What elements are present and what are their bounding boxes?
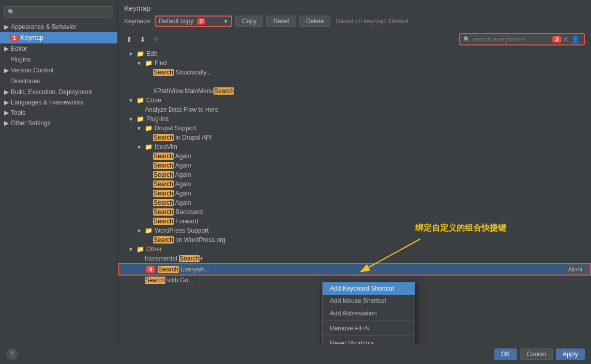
search-everywhere-input[interactable] — [473, 36, 550, 43]
folder-icon-drupal: 📁 — [145, 125, 153, 132]
help-button[interactable]: ? — [6, 348, 18, 360]
tree-content: ▼ 📁 Edit ▼ 📁 Find Search — [118, 47, 591, 287]
expand-all-button[interactable]: ⬆ — [124, 34, 134, 44]
folder-icon-edit: 📁 — [137, 50, 144, 57]
bottom-bar: ? OK Cancel Apply — [0, 344, 591, 364]
keymap-dropdown[interactable]: Default copy 2 ▼ — [155, 16, 232, 27]
search-badge: 3 — [552, 36, 562, 43]
ok-button[interactable]: OK — [494, 348, 517, 360]
tree-node-find[interactable]: ▼ 📁 Find — [118, 58, 591, 68]
search-clear-button[interactable]: ✕ — [562, 35, 570, 43]
tree-node-analyze[interactable]: Analyze Data Flow to Here — [118, 105, 591, 114]
based-on-text: Based on keymap: Default — [336, 18, 408, 25]
folder-icon-other: 📁 — [137, 246, 144, 253]
copy-button[interactable]: Copy — [235, 16, 263, 27]
sidebar-item-appearance[interactable]: ▶ Appearance & Behavior — [0, 22, 117, 32]
sidebar-item-plugins[interactable]: Plugins — [0, 54, 117, 65]
tree-node-plugins[interactable]: ▼ 📁 Plug-ins — [118, 114, 591, 124]
tree-node-search-everywhere[interactable]: 4 Search Everywh... Alt+N — [118, 263, 591, 276]
expand-arrow-tools: ▶ — [4, 109, 9, 116]
bottom-left: ? — [6, 348, 18, 360]
delete-button[interactable]: Delete — [299, 16, 331, 27]
tree-node-incremental[interactable]: Incremental Search+ — [118, 254, 591, 263]
tree-node-edit[interactable]: ▼ 📁 Edit — [118, 49, 591, 58]
panel-title: Keymap — [124, 4, 585, 12]
apply-button[interactable]: Apply — [556, 348, 585, 360]
tree-node-separator: - - - - - - - - — [118, 77, 591, 86]
tree-node-xpath[interactable]: XPathView.MainMenuSearch — [118, 86, 591, 96]
context-menu: Add Keyboard Shortcut Add Mouse Shortcut… — [322, 282, 415, 344]
tree-node-search-forward[interactable]: Search Forward — [118, 217, 591, 226]
sidebar-item-build[interactable]: ▶ Build, Execution, Deployment — [0, 87, 117, 97]
tree-node-search-again-1[interactable]: Search Again — [118, 151, 591, 161]
tree-node-search-again-5[interactable]: Search Again — [118, 189, 591, 198]
shortcut-badge: Alt+N — [565, 265, 586, 274]
highlight-drupal: Search — [153, 134, 174, 141]
sidebar-vcs-label: Version Control — [11, 67, 53, 74]
main-content: 🔍 ▶ Appearance & Behavior 1 Keymap ▶ Edi… — [0, 0, 591, 344]
reset-button[interactable]: Reset — [266, 16, 296, 27]
expand-arrow-editor: ▶ — [4, 45, 9, 52]
tree-node-code[interactable]: ▼ 📁 Code — [118, 96, 591, 105]
sidebar-item-editor[interactable]: ▶ Editor — [0, 43, 117, 54]
panel-header: Keymap Keymaps: Default copy 2 ▼ Copy Re… — [118, 0, 591, 32]
tree-node-search-structurally[interactable]: Search Structurally... — [118, 68, 591, 77]
context-menu-add-keyboard[interactable]: Add Keyboard Shortcut — [323, 282, 415, 295]
folder-icon-plugins: 📁 — [137, 115, 144, 123]
context-menu-sep-2 — [323, 336, 415, 336]
toolbar-row: Keymaps: Default copy 2 ▼ Copy Reset Del… — [124, 16, 585, 27]
app-container: 🔍 ▶ Appearance & Behavior 1 Keymap ▶ Edi… — [0, 0, 591, 364]
tree-node-search-wordpress[interactable]: Search on WordPress.org — [118, 235, 591, 245]
sidebar-tools-label: Tools — [11, 109, 25, 116]
context-menu-remove-altn[interactable]: Remove Alt+N — [323, 322, 415, 335]
tree-node-search-again-6[interactable]: Search Again — [118, 198, 591, 207]
folder-icon-wordpress: 📁 — [145, 227, 153, 234]
highlight-search-xpath: Search — [214, 87, 234, 95]
highlight-search: Search — [153, 69, 174, 76]
tree-node-search-backward[interactable]: Search Backward — [118, 207, 591, 217]
sidebar-build-label: Build, Execution, Deployment — [11, 88, 92, 96]
expand-arrow-build: ▶ — [4, 88, 9, 96]
expand-arrow-appearance: ▶ — [4, 23, 9, 31]
sidebar-other-settings-label: Other Settings — [11, 119, 51, 127]
tree-node-search-again-2[interactable]: Search Again — [118, 161, 591, 170]
tree-area: ▼ 📁 Edit ▼ 📁 Find Search — [118, 47, 591, 344]
tree-node-drupal[interactable]: ▼ 📁 Drupal Support — [118, 124, 591, 133]
search-user-button[interactable]: 👤 — [570, 35, 581, 43]
sidebar-item-tools[interactable]: ▶ Tools — [0, 108, 117, 118]
sidebar-search-input[interactable] — [17, 8, 110, 16]
tree-node-wordpress[interactable]: ▼ 📁 WordPress Support — [118, 226, 591, 235]
expand-arrow-languages: ▶ — [4, 99, 9, 106]
right-panel: Keymap Keymaps: Default copy 2 ▼ Copy Re… — [118, 0, 591, 344]
row-4-badge: 4 — [146, 266, 155, 273]
sidebar-item-other-settings[interactable]: ▶ Other Settings — [0, 118, 117, 128]
sidebar-item-keymap[interactable]: 1 Keymap — [0, 32, 117, 43]
sidebar-item-vcs[interactable]: ▶ Version Control — [0, 65, 117, 75]
sidebar-plugins-label: Plugins — [10, 56, 31, 63]
context-menu-add-abbreviation[interactable]: Add Abbreviation — [323, 307, 415, 320]
sidebar-languages-label: Languages & Frameworks — [11, 99, 83, 106]
cancel-button[interactable]: Cancel — [520, 348, 553, 360]
context-menu-sep-1 — [323, 321, 415, 321]
tree-node-search-again-3[interactable]: Search Again — [118, 170, 591, 179]
folder-icon-find: 📁 — [145, 59, 153, 67]
tree-node-search-again-4[interactable]: Search Again — [118, 179, 591, 189]
context-menu-add-mouse[interactable]: Add Mouse Shortcut — [323, 295, 415, 307]
collapse-all-button[interactable]: ⬇ — [138, 34, 148, 44]
sidebar-item-directories[interactable]: Directories — [0, 75, 117, 87]
search-everywhere-icon: 🔍 — [463, 36, 471, 43]
sidebar-item-languages[interactable]: ▶ Languages & Frameworks — [0, 97, 117, 108]
search-everywhere-box[interactable]: 🔍 3 ✕ 👤 — [459, 33, 585, 46]
expand-arrow-other-settings: ▶ — [4, 119, 9, 127]
folder-icon-code: 📁 — [137, 97, 144, 104]
context-menu-reset-shortcuts[interactable]: Reset Shortcuts — [323, 337, 415, 344]
tree-node-search-drupal[interactable]: Search in Drupal API — [118, 133, 591, 142]
sidebar-directories-label: Directories — [10, 78, 40, 85]
tree-node-other[interactable]: ▼ 📁 Other — [118, 245, 591, 254]
folder-icon-ideavim: 📁 — [145, 143, 153, 150]
edit-shortcut-button[interactable]: ✎ — [151, 34, 161, 44]
sidebar-item-keymap-badge: 1 — [10, 35, 19, 41]
expand-arrow-vcs: ▶ — [4, 67, 9, 74]
tree-node-ideavim[interactable]: ▼ 📁 IdeaVim — [118, 142, 591, 151]
sidebar-search-box[interactable]: 🔍 — [4, 6, 113, 18]
